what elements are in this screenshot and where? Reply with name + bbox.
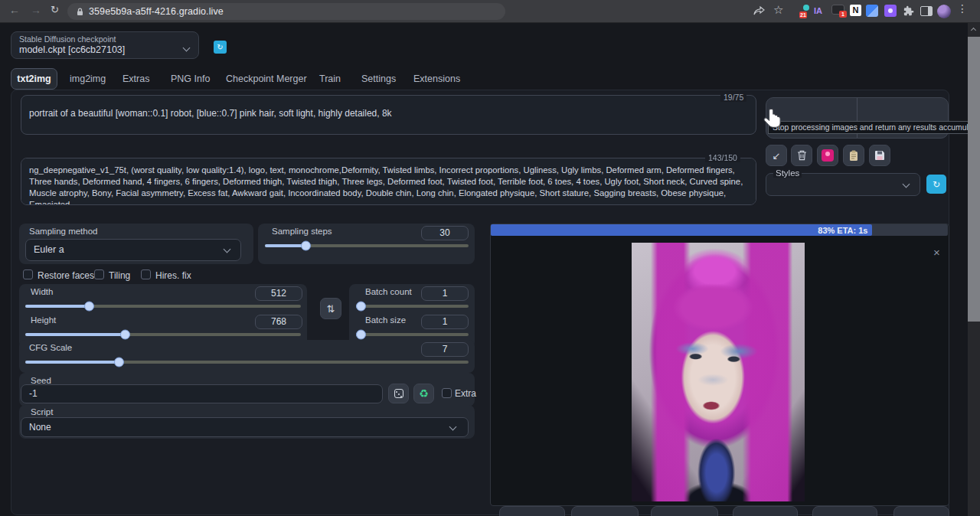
checkpoint-dropdown[interactable]: Stable Diffusion checkpoint model.ckpt [… — [11, 31, 199, 59]
close-preview-icon[interactable]: × — [933, 246, 940, 259]
reload-button-icon[interactable]: ↻ — [51, 4, 59, 15]
sampling-steps-value[interactable]: 30 — [421, 226, 469, 240]
seed-input[interactable]: -1 — [21, 384, 383, 403]
batch-count-value[interactable]: 1 — [421, 286, 469, 301]
tab-extras[interactable]: Extras — [122, 73, 149, 84]
chevron-down-icon — [449, 423, 457, 431]
interrupt-tooltip: Stop processing images and return any re… — [768, 121, 969, 134]
share-icon[interactable] — [753, 6, 766, 17]
browser-window: ← → ↻ 359e5b9a-a5ff-4216.gradio.live ☆ 2… — [0, 0, 980, 516]
extension-ia-icon[interactable]: IA — [814, 6, 822, 15]
width-label: Width — [31, 287, 53, 296]
tab-settings[interactable]: Settings — [361, 73, 396, 84]
tab-png-info[interactable]: PNG Info — [171, 73, 210, 84]
tab-extensions[interactable]: Extensions — [413, 73, 460, 84]
slider-thumb[interactable] — [120, 330, 130, 340]
sampling-method-label: Sampling method — [29, 227, 98, 236]
scroll-up-arrow-icon[interactable] — [971, 28, 976, 33]
sampling-steps-label: Sampling steps — [272, 227, 332, 236]
slider-thumb[interactable] — [356, 302, 366, 312]
generated-image-preview[interactable] — [632, 243, 805, 501]
extension-photos-icon[interactable] — [866, 5, 878, 17]
hires-fix-checkbox[interactable] — [141, 269, 151, 279]
back-button-icon[interactable]: ← — [9, 4, 20, 16]
extensions-puzzle-icon[interactable] — [903, 5, 914, 17]
gallery-action-button[interactable] — [893, 506, 949, 516]
scrollbar-thumb[interactable] — [968, 37, 980, 322]
purple-dot — [888, 8, 893, 13]
prompt-input[interactable]: portrait of a beautiful [woman::0.1] rob… — [21, 95, 756, 135]
height-value[interactable]: 768 — [255, 315, 302, 329]
clear-prompt-button[interactable] — [791, 145, 812, 166]
chevron-down-icon — [903, 181, 910, 188]
tab-img2img[interactable]: img2img — [70, 73, 106, 84]
save-style-button[interactable] — [869, 145, 890, 166]
extension-camera-icon[interactable]: 1 — [831, 5, 845, 16]
cfg-scale-label: CFG Scale — [29, 343, 72, 352]
extra-networks-button[interactable] — [817, 145, 838, 166]
tab-checkpoint-merger[interactable]: Checkpoint Merger — [226, 73, 307, 84]
styles-refresh-button[interactable]: ↻ — [926, 175, 946, 194]
batch-count-slider[interactable] — [356, 305, 469, 308]
tab-train[interactable]: Train — [319, 73, 341, 84]
height-label: Height — [31, 315, 56, 325]
sampling-method-dropdown[interactable]: Euler a — [25, 239, 241, 261]
script-label: Script — [31, 407, 53, 416]
trash-icon — [797, 150, 807, 161]
notifier-dot — [803, 5, 809, 11]
gallery-action-button[interactable] — [733, 506, 798, 516]
batch-size-value[interactable]: 1 — [421, 315, 469, 329]
gallery-action-button[interactable] — [571, 506, 639, 516]
apply-style-button[interactable] — [843, 145, 864, 166]
tiling-checkbox[interactable] — [94, 269, 104, 279]
gallery-action-button[interactable] — [812, 506, 877, 516]
extension-purple-icon[interactable] — [884, 5, 897, 17]
seed-label: Seed — [31, 376, 51, 385]
floppy-save-icon — [874, 150, 885, 161]
forward-button-icon[interactable]: → — [31, 4, 41, 16]
restore-faces-checkbox[interactable] — [23, 269, 33, 279]
tab-txt2img[interactable]: txt2img — [11, 68, 57, 90]
seed-extra-checkbox[interactable] — [442, 388, 452, 398]
extension-notifier-icon[interactable]: 21 — [799, 5, 813, 18]
checkpoint-refresh-button[interactable]: ↻ — [214, 41, 227, 54]
script-dropdown[interactable]: None — [21, 417, 469, 437]
progress-text: 83% ETA: 1s — [818, 226, 872, 235]
browser-menu-icon[interactable]: ⋮ — [957, 2, 968, 15]
gallery-action-button[interactable] — [499, 506, 565, 516]
slider-thumb[interactable] — [114, 358, 124, 367]
script-value: None — [29, 422, 51, 433]
clipboard-icon — [849, 150, 858, 162]
reuse-seed-button[interactable]: ♻ — [413, 384, 434, 403]
address-bar[interactable]: 359e5b9a-a5ff-4216.gradio.live — [67, 3, 505, 20]
notifier-badge: 21 — [799, 11, 807, 18]
paste-params-button[interactable]: ↙ — [766, 145, 787, 166]
swap-dimensions-button[interactable]: ⇅ — [320, 298, 341, 319]
slider-thumb[interactable] — [84, 302, 94, 312]
browser-toolbar: ← → ↻ 359e5b9a-a5ff-4216.gradio.live ☆ 2… — [0, 0, 980, 23]
extension-notion-icon[interactable]: N — [850, 5, 861, 16]
bookmark-star-icon[interactable]: ☆ — [773, 3, 783, 17]
extra-networks-icon — [822, 149, 834, 162]
height-slider[interactable] — [25, 333, 301, 336]
slider-thumb[interactable] — [301, 241, 311, 251]
sidebar-fill — [928, 7, 932, 15]
width-slider[interactable] — [25, 305, 301, 308]
batch-count-label: Batch count — [365, 287, 412, 296]
random-seed-button[interactable] — [388, 384, 409, 403]
progress-fill: 83% ETA: 1s — [491, 224, 872, 236]
negative-prompt-input[interactable]: ng_deepnegative_v1_75t, (worst quality, … — [21, 158, 756, 205]
cfg-scale-slider[interactable] — [25, 361, 469, 364]
gallery-action-button[interactable] — [651, 506, 718, 516]
width-value[interactable]: 512 — [255, 286, 302, 301]
batch-size-slider[interactable] — [356, 333, 469, 336]
checkpoint-value: model.ckpt [cc6cb27103] — [19, 44, 125, 55]
prompt-token-counter: 19/75 — [720, 93, 746, 102]
cfg-scale-value[interactable]: 7 — [421, 342, 469, 357]
sidebar-toggle-icon[interactable] — [920, 6, 933, 16]
batch-size-label: Batch size — [365, 315, 406, 325]
page-scrollbar[interactable] — [968, 23, 980, 516]
slider-thumb[interactable] — [356, 330, 366, 340]
profile-avatar[interactable] — [937, 5, 951, 18]
sampling-steps-slider[interactable] — [265, 244, 469, 247]
